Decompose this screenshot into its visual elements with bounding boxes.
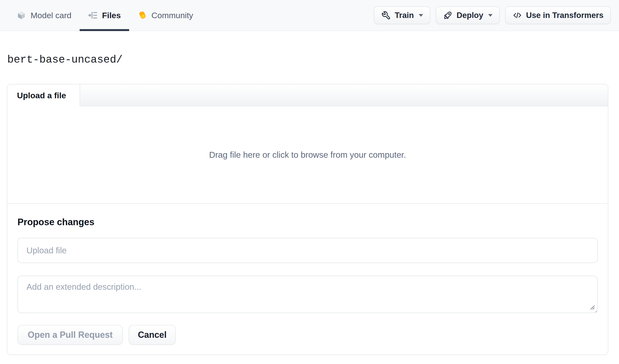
tab-model-card[interactable]: Model card <box>8 0 80 30</box>
extended-description-textarea[interactable] <box>17 276 598 313</box>
repo-path: bert-base-uncased/ <box>7 54 619 65</box>
description-field-wrapper <box>17 276 598 313</box>
chevron-down-icon <box>488 14 492 17</box>
repo-nav-bar: Model card Files <box>0 0 619 31</box>
train-button-label: Train <box>395 11 414 20</box>
chevron-down-icon <box>419 14 423 17</box>
tab-upload-a-file-label: Upload a file <box>17 91 66 100</box>
wrench-icon <box>381 10 391 20</box>
open-pull-request-button[interactable]: Open a Pull Request <box>17 325 123 345</box>
train-button[interactable]: Train <box>374 6 430 24</box>
upload-filename-input[interactable] <box>17 238 598 263</box>
tab-model-card-label: Model card <box>31 11 71 20</box>
repo-tabs: Model card Files <box>8 0 201 30</box>
tab-files[interactable]: Files <box>80 0 129 30</box>
tab-upload-a-file[interactable]: Upload a file <box>7 84 80 106</box>
cube-icon <box>16 10 26 20</box>
tab-community[interactable]: Community <box>129 0 201 30</box>
waving-hand-icon <box>137 10 147 20</box>
propose-changes-section: Propose changes Open a Pull Request Canc… <box>7 203 608 354</box>
upload-panel-tabbar: Upload a file <box>7 84 608 106</box>
repo-action-buttons: Train Deploy Use in Transformers <box>374 0 611 30</box>
textarea-resize-handle[interactable] <box>589 304 595 310</box>
use-in-transformers-label: Use in Transformers <box>526 11 604 20</box>
rocket-icon <box>443 10 453 20</box>
files-list-icon <box>88 10 98 20</box>
file-dropzone[interactable]: Drag file here or click to browse from y… <box>7 106 608 203</box>
upload-panel: Upload a file Drag file here or click to… <box>7 84 608 355</box>
deploy-button-label: Deploy <box>457 11 483 20</box>
tab-community-label: Community <box>152 11 193 20</box>
deploy-button[interactable]: Deploy <box>436 6 500 24</box>
cancel-button[interactable]: Cancel <box>129 325 176 345</box>
code-icon <box>512 10 522 20</box>
propose-changes-heading: Propose changes <box>17 217 598 228</box>
use-in-transformers-button[interactable]: Use in Transformers <box>505 6 611 24</box>
dropzone-hint-text: Drag file here or click to browse from y… <box>209 150 406 160</box>
propose-actions-row: Open a Pull Request Cancel <box>17 325 598 345</box>
tab-files-label: Files <box>102 11 121 20</box>
